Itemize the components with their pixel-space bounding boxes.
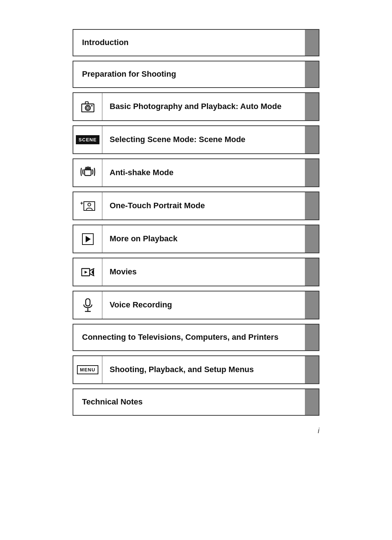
- toc-label-scene-mode: Selecting Scene Mode: Scene Mode: [110, 134, 245, 145]
- toc-label-menus: Shooting, Playback, and Setup Menus: [110, 364, 254, 375]
- toc-label-connecting: Connecting to Televisions, Computers, an…: [82, 332, 278, 343]
- toc-row-preparation[interactable]: Preparation for Shooting: [73, 61, 319, 88]
- toc-icon-cell-playback: [73, 225, 102, 253]
- toc-icon-cell-movies: [73, 258, 102, 286]
- toc-label-anti-shake: Anti-shake Mode: [110, 168, 173, 178]
- svg-point-1: [85, 105, 90, 110]
- toc-tab-voice-recording: [305, 291, 319, 319]
- toc-row-technical-notes[interactable]: Technical Notes: [73, 388, 319, 416]
- toc-label-basic-photography: Basic Photography and Playback: Auto Mod…: [110, 101, 281, 112]
- toc-label-more-playback: More on Playback: [110, 234, 177, 244]
- svg-rect-7: [87, 167, 89, 170]
- toc-label-cell-menus: Shooting, Playback, and Setup Menus: [102, 356, 305, 383]
- toc-icon-cell-antishake: [73, 159, 102, 186]
- toc-row-anti-shake[interactable]: Anti-shake Mode: [73, 158, 319, 187]
- toc-row-basic-photography[interactable]: Basic Photography and Playback: Auto Mod…: [73, 92, 319, 121]
- svg-rect-12: [86, 299, 90, 306]
- toc-label-preparation: Preparation for Shooting: [82, 69, 176, 80]
- toc-tab-portrait-mode: [305, 192, 319, 219]
- toc-tab-scene-mode: [305, 126, 319, 153]
- toc-tab-technical-notes: [305, 389, 319, 415]
- portrait-icon: +: [80, 201, 95, 211]
- play-triangle-icon: [86, 236, 91, 242]
- toc-row-more-playback[interactable]: More on Playback: [73, 225, 319, 253]
- toc-row-connecting[interactable]: Connecting to Televisions, Computers, an…: [73, 324, 319, 351]
- toc-tab-menus: [305, 356, 319, 383]
- scene-icon: SCENE: [76, 135, 100, 144]
- playback-icon: [82, 233, 94, 245]
- toc-label-technical-notes: Technical Notes: [82, 397, 143, 407]
- toc-tab-movies: [305, 258, 319, 286]
- toc-tab-anti-shake: [305, 159, 319, 186]
- menu-icon: MENU: [77, 365, 98, 374]
- toc-label-cell-movies: Movies: [102, 258, 305, 286]
- svg-point-4: [91, 105, 93, 106]
- movies-icon: [81, 267, 94, 277]
- svg-point-2: [86, 106, 89, 109]
- toc-icon-cell-camera: [73, 93, 102, 120]
- toc-label-cell-technical-notes: Technical Notes: [73, 389, 305, 415]
- toc-row-scene-mode[interactable]: SCENE Selecting Scene Mode: Scene Mode: [73, 125, 319, 154]
- svg-rect-3: [85, 102, 88, 104]
- toc-label-cell-scene-mode: Selecting Scene Mode: Scene Mode: [102, 126, 305, 153]
- toc-row-menus[interactable]: MENU Shooting, Playback, and Setup Menus: [73, 355, 319, 384]
- toc-label-cell-more-playback: More on Playback: [102, 225, 305, 253]
- toc-icon-cell-portrait: +: [73, 192, 102, 219]
- toc-icon-cell-mic: [73, 291, 102, 319]
- toc-label-voice-recording: Voice Recording: [110, 300, 172, 310]
- toc-label-cell-anti-shake: Anti-shake Mode: [102, 159, 305, 186]
- toc-label-cell-portrait-mode: One-Touch Portrait Mode: [102, 192, 305, 219]
- toc-label-portrait-mode: One-Touch Portrait Mode: [110, 201, 205, 211]
- toc-label-introduction: Introduction: [82, 37, 128, 48]
- toc-label-cell-basic-photography: Basic Photography and Playback: Auto Mod…: [102, 93, 305, 120]
- toc-tab-preparation: [305, 61, 319, 87]
- toc-row-portrait-mode[interactable]: + One-Touch Portrait Mode: [73, 192, 319, 220]
- toc-icon-cell-scene: SCENE: [73, 126, 102, 153]
- toc-row-voice-recording[interactable]: Voice Recording: [73, 291, 319, 319]
- svg-point-9: [88, 203, 91, 206]
- toc-label-cell-connecting: Connecting to Televisions, Computers, an…: [73, 325, 305, 350]
- page-number: i: [318, 427, 392, 435]
- toc-label-cell-introduction: Introduction: [73, 30, 305, 56]
- toc-row-movies[interactable]: Movies: [73, 258, 319, 286]
- toc-tab-connecting: [305, 325, 319, 350]
- toc-row-introduction[interactable]: Introduction: [73, 29, 319, 56]
- toc-tab-more-playback: [305, 225, 319, 253]
- toc-label-cell-preparation: Preparation for Shooting: [73, 61, 305, 87]
- toc-container: Introduction Preparation for Shooting Ba…: [73, 29, 319, 416]
- toc-label-movies: Movies: [110, 267, 137, 277]
- toc-icon-cell-menu: MENU: [73, 356, 102, 383]
- toc-label-cell-voice-recording: Voice Recording: [102, 291, 305, 319]
- antishake-icon: [80, 166, 96, 180]
- toc-tab-introduction: [305, 30, 319, 56]
- toc-tab-basic-photography: [305, 93, 319, 120]
- microphone-icon: [83, 298, 93, 312]
- camera-icon: [81, 101, 94, 112]
